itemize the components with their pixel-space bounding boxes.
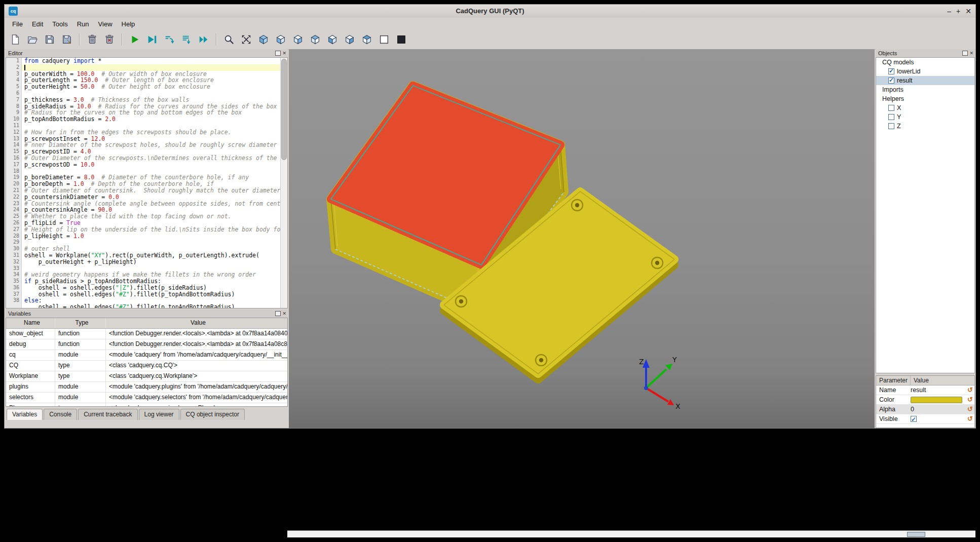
line-number: 35 (6, 278, 21, 285)
table-row[interactable]: Workplanetype<class 'cadquery.cq.Workpla… (6, 371, 287, 382)
table-row[interactable]: Planetype<class 'cadquery.occ_impl.geom.… (6, 403, 287, 407)
delete-all-button[interactable] (102, 32, 117, 47)
objects-close-icon[interactable]: ✕ (969, 51, 973, 56)
menu-item-help[interactable]: Help (117, 19, 140, 29)
open-file-button[interactable] (25, 32, 40, 47)
checkbox[interactable] (888, 78, 894, 84)
tree-item-result[interactable]: result (876, 76, 974, 85)
parameter-row-alpha[interactable]: Alpha0↺ (876, 405, 974, 414)
menu-item-view[interactable]: View (94, 19, 117, 29)
bottom-bar-widget[interactable] (907, 532, 925, 537)
line-number: 36 (6, 285, 21, 291)
tree-item-lowerlid[interactable]: lowerLid (876, 67, 974, 76)
save-button[interactable] (42, 32, 57, 47)
checkbox[interactable] (888, 123, 894, 129)
editor-close-icon[interactable]: ✕ (282, 51, 286, 56)
code-line[interactable]: p_outerHeight + p_lipHeight) (22, 259, 281, 265)
code-line[interactable]: oshell = oshell.edges("#Z").fillet(p_top… (22, 291, 281, 298)
tree-group-cq-models[interactable]: CQ models (876, 58, 974, 67)
menu-item-file[interactable]: File (8, 19, 27, 29)
shaded-view-button[interactable] (394, 32, 409, 47)
zoom-select-button[interactable] (221, 32, 237, 47)
tree-item-y[interactable]: Y (876, 112, 974, 122)
editor-float-icon[interactable] (275, 51, 281, 56)
code-line[interactable]: p_outerHeight = 50.0 # Outer height of b… (22, 84, 281, 90)
parameter-column-header[interactable]: Parameter (876, 376, 911, 385)
table-row[interactable]: pluginsmodule<module 'cadquery.plugins' … (6, 382, 287, 393)
minimize-icon[interactable]: – (947, 8, 951, 15)
value-column-header[interactable]: Value (911, 376, 974, 385)
code-line[interactable]: p_screwpostOD = 10.0 (22, 162, 281, 168)
tab-current-traceback[interactable]: Current traceback (78, 409, 137, 420)
toolbar-separator (216, 33, 217, 46)
step-button[interactable] (162, 32, 177, 47)
table-row[interactable]: show_objectfunction<function Debugger.re… (6, 329, 287, 339)
app-window: cq CadQuery GUI (PyQT) – + ✕ FileEditToo… (4, 4, 976, 429)
table-row[interactable]: CQtype<class 'cadquery.cq.CQ'> (6, 361, 287, 371)
checkbox[interactable] (888, 114, 894, 120)
maximize-icon[interactable]: + (956, 8, 960, 15)
code-line[interactable]: p_topAndBottomRadius = 2.0 (22, 116, 281, 123)
close-icon[interactable]: ✕ (965, 8, 971, 15)
run-script-button[interactable] (127, 32, 142, 47)
editor-scrollbar-thumb[interactable] (281, 59, 287, 160)
right-view-button[interactable] (342, 32, 357, 47)
code-editor[interactable]: 1234567891011121314151617181920212223242… (6, 57, 288, 308)
menu-item-tools[interactable]: Tools (48, 19, 72, 29)
viewport-3d[interactable]: Z Y X (289, 49, 875, 428)
reset-icon[interactable]: ↺ (967, 386, 973, 394)
parameter-row-name[interactable]: Nameresult↺ (876, 385, 974, 395)
tab-log-viewer[interactable]: Log viewer (139, 409, 179, 420)
code-line[interactable]: p_lipHeight = 1.0 (22, 233, 281, 240)
objects-float-icon[interactable] (962, 51, 968, 56)
editor-scrollbar[interactable] (280, 58, 287, 308)
back-view-button[interactable] (290, 32, 306, 47)
menu-item-edit[interactable]: Edit (27, 19, 48, 29)
fit-all-button[interactable] (239, 32, 254, 47)
debug-script-button[interactable] (144, 32, 160, 47)
parameter-row-color[interactable]: Color↺ (876, 395, 974, 405)
wireframe-view-button[interactable] (376, 32, 392, 47)
tab-cq-object-inspector[interactable]: CQ object inspector (180, 409, 245, 420)
code-line[interactable]: from cadquery import * (22, 58, 281, 64)
table-row[interactable]: selectorsmodule<module 'cadquery.selecto… (6, 393, 287, 403)
bottom-view-button[interactable] (359, 32, 374, 47)
reset-icon[interactable]: ↺ (967, 415, 973, 423)
tree-item-z[interactable]: Z (876, 122, 974, 131)
parameter-row-visible[interactable]: Visible↺ (876, 414, 974, 424)
checkbox[interactable] (888, 68, 894, 74)
delete-selected-button[interactable] (85, 32, 100, 47)
new-file-button[interactable] (8, 32, 23, 47)
front-view-button[interactable] (273, 32, 288, 47)
step-next-button[interactable] (179, 32, 194, 47)
left-view-button[interactable] (325, 32, 340, 47)
parameter-body: Nameresult↺Color↺Alpha0↺Visible↺ (876, 385, 974, 424)
tree-group-imports[interactable]: Imports (876, 85, 974, 94)
checkbox[interactable] (888, 105, 894, 111)
checkbox[interactable] (911, 416, 917, 422)
variables-close-icon[interactable]: ✕ (282, 311, 286, 316)
code-line[interactable]: oshell = oshell.edges("#Z").fillet(p_top… (22, 304, 281, 308)
variables-column-header[interactable]: Name (6, 318, 55, 328)
iso-view-button[interactable] (256, 32, 271, 47)
top-view-button[interactable] (308, 32, 323, 47)
reset-icon[interactable]: ↺ (967, 405, 973, 413)
run-to-end-button[interactable] (196, 32, 211, 47)
tab-variables[interactable]: Variables (7, 409, 43, 420)
color-swatch[interactable] (911, 397, 962, 403)
objects-dock-buttons: ✕ (962, 51, 975, 56)
menu-item-run[interactable]: Run (72, 19, 94, 29)
variables-float-icon[interactable] (275, 311, 281, 316)
reset-icon[interactable]: ↺ (967, 396, 973, 404)
tree-item-x[interactable]: X (876, 103, 974, 112)
save-as-button[interactable] (59, 32, 74, 47)
table-row[interactable]: cqmodule<module 'cadquery' from '/home/a… (6, 350, 287, 361)
table-row[interactable]: debugfunction<function Debugger.render.<… (6, 339, 287, 350)
variables-panel: Variables ✕ NameTypeValue show_objectfun… (6, 309, 288, 407)
tree-group-helpers[interactable]: Helpers (876, 94, 974, 103)
variables-column-header[interactable]: Value (106, 318, 287, 328)
title-bar[interactable]: cq CadQuery GUI (PyQT) – + ✕ (5, 5, 975, 18)
tab-console[interactable]: Console (44, 409, 77, 420)
variables-column-header[interactable]: Type (55, 318, 106, 328)
editor-dock-buttons: ✕ (275, 51, 288, 56)
